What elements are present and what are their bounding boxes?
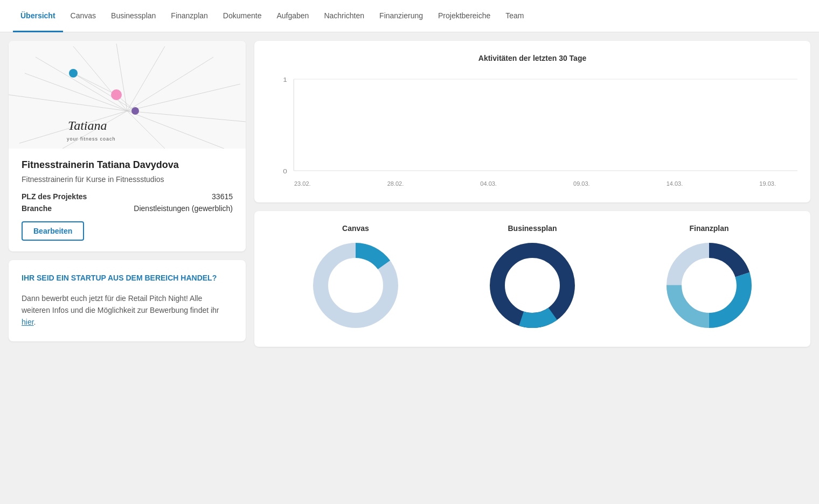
donut-businessplan-svg <box>484 237 581 334</box>
nav-item-dokumente[interactable]: Dokumente <box>216 0 269 32</box>
donut-finanzplan-label: Finanzplan <box>689 224 728 233</box>
donut-canvas-label: Canvas <box>342 224 369 233</box>
donut-businessplan-label: Businessplan <box>508 224 557 233</box>
x-label-6: 19.03. <box>759 180 776 187</box>
nav-item-aufgaben[interactable]: Aufgaben <box>269 0 316 32</box>
svg-point-29 <box>329 258 383 312</box>
promo-text-before: Dann bewerbt euch jetzt für die Retail P… <box>22 294 219 314</box>
page-wrapper: Übersicht Canvas Businessplan Finanzplan… <box>0 0 819 504</box>
branche-value: Dienstleistungen (gewerblich) <box>134 204 233 213</box>
nav-item-projektbereiche[interactable]: Projektbereiche <box>431 0 498 32</box>
donut-canvas-svg <box>307 237 404 334</box>
x-label-5: 14.03. <box>667 180 683 187</box>
edit-button[interactable]: Bearbeiten <box>22 221 84 241</box>
svg-text:Tatiana: Tatiana <box>68 118 107 132</box>
x-label-4: 09.03. <box>573 180 590 187</box>
project-image: Tatiana your fitness coach <box>9 41 246 149</box>
right-column: Aktivitäten der letzten 30 Tage 1 0 23.0 <box>254 41 810 347</box>
svg-point-32 <box>505 258 559 312</box>
svg-point-17 <box>69 69 78 78</box>
donuts-card: Canvas Businessplan <box>254 211 810 347</box>
project-info: Fitnesstrainerin Tatiana Davydova Fitnes… <box>9 149 246 251</box>
x-label-3: 04.03. <box>480 180 497 187</box>
nav-bar: Übersicht Canvas Businessplan Finanzplan… <box>0 0 819 32</box>
project-description: Fitnesstrainerin für Kurse in Fitnessstu… <box>22 175 233 184</box>
nav-item-finanzierung[interactable]: Finanzierung <box>372 0 431 32</box>
promo-text: Dann bewerbt euch jetzt für die Retail P… <box>22 292 233 328</box>
nav-item-team[interactable]: Team <box>498 0 531 32</box>
meta-row-branche: Branche Dienstleistungen (gewerblich) <box>22 204 233 213</box>
donut-finanzplan: Finanzplan <box>661 224 758 334</box>
svg-point-18 <box>111 89 122 100</box>
svg-text:0: 0 <box>283 168 287 174</box>
nav-item-businessplan[interactable]: Businessplan <box>103 0 163 32</box>
nav-item-nachrichten[interactable]: Nachrichten <box>316 0 372 32</box>
project-logo-svg: Tatiana your fitness coach <box>9 41 246 149</box>
svg-rect-0 <box>9 41 246 149</box>
svg-text:1: 1 <box>283 76 287 83</box>
svg-point-37 <box>682 258 736 312</box>
svg-text:your fitness coach: your fitness coach <box>67 136 116 142</box>
meta-row-plz: PLZ des Projektes 33615 <box>22 192 233 201</box>
promo-title: IHR SEID EIN STARTUP AUS DEM BEREICH HAN… <box>22 273 233 284</box>
promo-link[interactable]: hier <box>22 318 34 326</box>
donut-canvas: Canvas <box>307 224 404 334</box>
project-card: Tatiana your fitness coach Fitnesstraine… <box>9 41 246 251</box>
left-column: Tatiana your fitness coach Fitnesstraine… <box>9 41 246 347</box>
nav-item-ubersicht[interactable]: Übersicht <box>13 0 63 32</box>
branche-label: Branche <box>22 204 52 213</box>
x-label-1: 23.02. <box>294 180 311 187</box>
nav-item-finanzplan[interactable]: Finanzplan <box>163 0 216 32</box>
donut-finanzplan-svg <box>661 237 758 334</box>
chart-x-labels: 23.02. 28.02. 04.03. 09.03. 14.03. 19.03… <box>267 180 797 187</box>
project-meta: PLZ des Projektes 33615 Branche Dienstle… <box>22 192 233 213</box>
plz-label: PLZ des Projektes <box>22 192 87 201</box>
chart-area: 1 0 23.02. 28.02. 04.03. 09.03. 14.03. <box>267 71 797 190</box>
main-content: Tatiana your fitness coach Fitnesstraine… <box>0 32 819 355</box>
activity-chart-svg: 1 0 <box>267 71 797 179</box>
promo-text-after: . <box>34 318 36 326</box>
nav-item-canvas[interactable]: Canvas <box>63 0 103 32</box>
activity-card: Aktivitäten der letzten 30 Tage 1 0 23.0 <box>254 41 810 202</box>
donut-businessplan: Businessplan <box>484 224 581 334</box>
project-name: Fitnesstrainerin Tatiana Davydova <box>22 159 233 171</box>
svg-point-19 <box>131 107 139 115</box>
promo-card: IHR SEID EIN STARTUP AUS DEM BEREICH HAN… <box>9 260 246 341</box>
x-label-2: 28.02. <box>387 180 404 187</box>
plz-value: 33615 <box>212 192 233 201</box>
chart-title: Aktivitäten der letzten 30 Tage <box>267 54 797 62</box>
